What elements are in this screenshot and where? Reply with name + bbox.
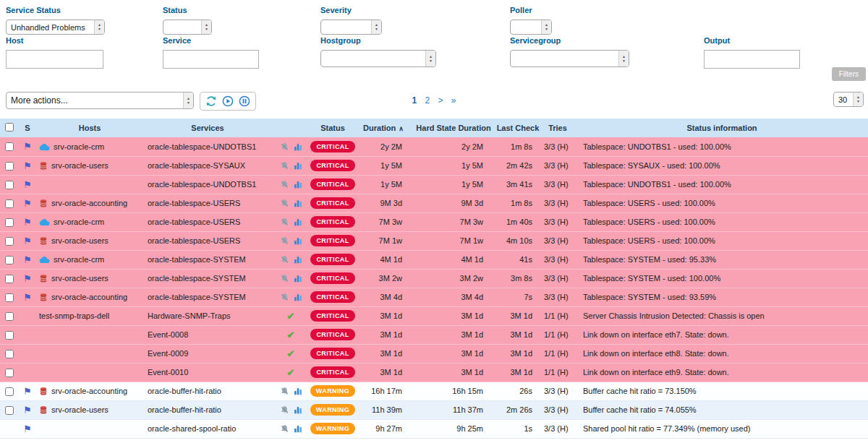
flag-icon[interactable]: ⚑ — [23, 160, 32, 171]
poller-select[interactable] — [510, 20, 552, 35]
flag-icon[interactable]: ⚑ — [23, 141, 32, 152]
row-checkbox[interactable] — [5, 218, 14, 227]
filters-button[interactable]: Filters — [832, 67, 866, 81]
service-name[interactable]: oracle-tablespace-UNDOTBS1 — [148, 180, 256, 189]
flag-icon[interactable]: ⚑ — [23, 386, 32, 397]
status-select[interactable] — [163, 20, 212, 35]
service-status-select[interactable]: Unhandled Problems — [6, 20, 105, 35]
header-last-check[interactable]: Last Check — [496, 119, 540, 137]
chart-icon[interactable] — [294, 405, 302, 414]
chart-icon[interactable] — [294, 142, 302, 151]
service-name[interactable]: oracle-tablespace-USERS — [148, 218, 240, 226]
output-input[interactable] — [704, 50, 800, 69]
row-checkbox[interactable] — [5, 331, 14, 340]
service-name[interactable]: oracle-tablespace-SYSTEM — [148, 293, 246, 301]
service-name[interactable]: Event-0010 — [148, 368, 188, 377]
service-status-label: Service Status — [6, 6, 105, 14]
header-tries[interactable]: Tries — [540, 119, 576, 137]
service-name[interactable]: Hardware-SNMP-Traps — [148, 311, 231, 320]
chart-icon[interactable] — [294, 199, 302, 207]
flag-icon[interactable]: ⚑ — [23, 217, 32, 228]
header-duration[interactable]: Duration∧ — [356, 119, 411, 137]
row-checkbox[interactable] — [5, 181, 14, 189]
service-name[interactable]: oracle-tablespace-SYSTEM — [148, 274, 246, 283]
host-name[interactable]: test-snmp-traps-dell — [39, 312, 109, 321]
service-name[interactable]: oracle-buffer-hit-ratio — [148, 405, 221, 414]
chart-icon[interactable] — [294, 293, 302, 301]
chart-icon[interactable] — [294, 218, 302, 226]
header-s[interactable]: S — [19, 119, 36, 137]
host-name[interactable]: srv-oracle-users — [51, 405, 109, 414]
cloud-icon — [39, 218, 50, 226]
flag-icon[interactable]: ⚑ — [23, 236, 32, 246]
last-check-value: 2m 26s — [496, 400, 540, 419]
host-name[interactable]: srv-oracle-accounting — [51, 387, 127, 395]
row-checkbox[interactable] — [5, 199, 14, 208]
header-hard-state-duration[interactable]: Hard State Duration — [411, 119, 496, 137]
chart-icon[interactable] — [294, 387, 302, 395]
header-status[interactable]: Status — [310, 119, 356, 137]
host-name[interactable]: srv-oracle-crm — [54, 218, 104, 227]
chart-icon[interactable] — [294, 161, 302, 170]
row-checkbox[interactable] — [5, 387, 14, 396]
page-link-1[interactable]: 1 — [412, 95, 417, 106]
table-row: Event-0009✔CRITICAL3M 1d3M 1d3M 1d1/1 (H… — [0, 344, 868, 363]
page-size-select[interactable]: 30 — [833, 92, 864, 107]
last-page-link[interactable]: » — [451, 95, 456, 106]
host-name[interactable]: srv-oracle-users — [51, 161, 109, 170]
service-name[interactable]: oracle-tablespace-USERS — [148, 199, 240, 207]
tries-value: 3/3 (H) — [540, 137, 576, 156]
page-link-2[interactable]: 2 — [425, 95, 430, 106]
status-information: Link down on interface eth8. State: down… — [576, 344, 868, 363]
row-checkbox[interactable] — [5, 256, 14, 264]
service-name[interactable]: oracle-shared-spool-ratio — [148, 424, 236, 433]
row-checkbox[interactable] — [5, 237, 14, 246]
row-checkbox[interactable] — [5, 142, 14, 151]
header-services[interactable]: Services — [143, 119, 272, 137]
service-name[interactable]: oracle-tablespace-SYSTEM — [148, 255, 246, 264]
hostgroup-select[interactable] — [320, 50, 436, 67]
flag-icon[interactable]: ⚑ — [23, 423, 32, 434]
host-name[interactable]: srv-oracle-accounting — [51, 293, 127, 301]
severity-select[interactable] — [320, 20, 382, 35]
flag-icon[interactable]: ⚑ — [23, 254, 32, 265]
flag-icon[interactable]: ⚑ — [23, 273, 32, 284]
host-name[interactable]: srv-oracle-accounting — [51, 199, 127, 207]
host-input[interactable] — [6, 50, 103, 69]
service-name[interactable]: Event-0008 — [148, 330, 188, 339]
chart-icon[interactable] — [294, 180, 302, 189]
service-name[interactable]: Event-0009 — [148, 349, 188, 358]
header-status-information[interactable]: Status information — [576, 119, 868, 137]
row-checkbox[interactable] — [5, 406, 14, 415]
chart-icon[interactable] — [294, 274, 302, 283]
row-checkbox[interactable] — [5, 312, 14, 321]
servicegroup-select[interactable] — [510, 50, 629, 67]
flag-icon[interactable]: ⚑ — [23, 198, 32, 209]
select-all-checkbox[interactable] — [5, 123, 14, 132]
row-checkbox[interactable] — [5, 350, 14, 358]
flag-icon[interactable]: ⚑ — [23, 405, 32, 416]
row-checkbox[interactable] — [5, 162, 14, 171]
muted-bell-icon — [280, 274, 289, 283]
host-name[interactable]: srv-oracle-users — [51, 236, 109, 245]
next-page-link[interactable]: > — [438, 95, 443, 106]
chart-icon[interactable] — [294, 424, 302, 433]
header-hosts[interactable]: Hosts — [36, 119, 143, 137]
host-name[interactable]: srv-oracle-crm — [54, 142, 104, 151]
flag-icon[interactable]: ⚑ — [23, 179, 32, 190]
chart-icon[interactable] — [294, 255, 302, 264]
row-checkbox[interactable] — [5, 293, 14, 302]
host-name[interactable]: srv-oracle-crm — [54, 256, 104, 264]
service-name[interactable]: oracle-tablespace-USERS — [148, 236, 240, 245]
chart-icon[interactable] — [294, 236, 302, 245]
status-badge: CRITICAL — [310, 348, 354, 359]
service-name[interactable]: oracle-tablespace-UNDOTBS1 — [148, 142, 256, 151]
row-checkbox[interactable] — [5, 275, 14, 283]
flag-icon[interactable]: ⚑ — [23, 292, 32, 303]
service-name[interactable]: oracle-buffer-hit-ratio — [148, 387, 221, 395]
hard-state-duration-value: 1y 5M — [411, 156, 496, 175]
service-name[interactable]: oracle-tablespace-SYSAUX — [148, 161, 245, 170]
row-checkbox[interactable] — [5, 369, 14, 377]
service-input[interactable] — [163, 50, 259, 69]
host-name[interactable]: srv-oracle-users — [51, 274, 109, 283]
